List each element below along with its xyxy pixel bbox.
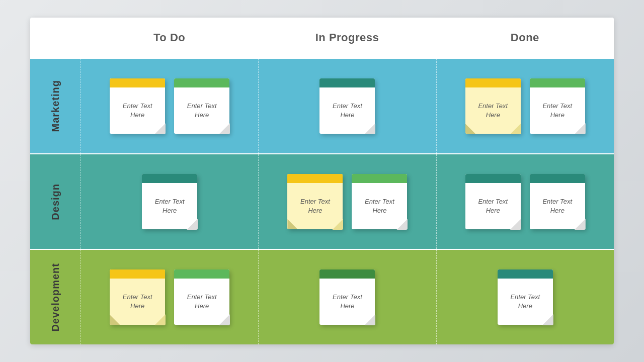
design-inprogress: Enter TextHere Enter TextHere (258, 154, 436, 249)
sticky-tab (287, 174, 343, 183)
label-design: Design (30, 154, 80, 249)
sticky-tab (110, 269, 165, 279)
sticky-note[interactable]: Enter TextHere (287, 174, 343, 229)
label-development: Development (30, 250, 80, 344)
header-done: Done (436, 18, 614, 58)
sticky-note[interactable]: Enter TextHere (465, 174, 521, 229)
sticky-note[interactable]: Enter TextHere (465, 78, 521, 134)
row-development: Development Enter TextHere Enter TextHer… (30, 249, 614, 344)
sticky-tab (142, 174, 197, 183)
header-row: To Do In Progress Done (30, 18, 614, 58)
sticky-note[interactable]: Enter TextHere (352, 174, 407, 229)
marketing-inprogress: Enter TextHere (258, 59, 436, 153)
sticky-note[interactable]: Enter TextHere (110, 269, 165, 325)
sticky-tab (465, 78, 521, 87)
development-done: Enter TextHere (436, 250, 614, 344)
design-todo: Enter TextHere (80, 154, 258, 249)
header-empty (30, 18, 80, 58)
sticky-tab (498, 269, 553, 279)
marketing-todo: Enter TextHere Enter TextHere (80, 59, 258, 153)
sticky-note[interactable]: Enter TextHere (530, 78, 585, 134)
row-design: Design Enter TextHere Enter TextHere (30, 153, 614, 249)
sticky-note[interactable]: Enter TextHere (319, 78, 375, 134)
sticky-note[interactable]: Enter TextHere (110, 78, 165, 134)
sticky-note[interactable]: Enter TextHere (530, 174, 585, 229)
sticky-note[interactable]: Enter TextHere (498, 269, 553, 325)
design-done: Enter TextHere Enter TextHere (436, 154, 614, 249)
label-marketing: Marketing (30, 59, 80, 153)
marketing-done: Enter TextHere Enter TextHere (436, 59, 614, 153)
row-marketing: Marketing Enter TextHere Enter TextHere (30, 58, 614, 153)
sticky-tab (174, 78, 229, 87)
development-todo: Enter TextHere Enter TextHere (80, 250, 258, 344)
sticky-tab (319, 78, 375, 87)
sticky-note[interactable]: Enter TextHere (174, 269, 229, 325)
header-todo: To Do (80, 18, 258, 58)
header-inprogress: In Progress (258, 18, 436, 58)
development-inprogress: Enter TextHere (258, 250, 436, 344)
sticky-note[interactable]: Enter TextHere (142, 174, 197, 229)
sticky-tab (352, 174, 407, 183)
sticky-tab (110, 78, 165, 87)
sticky-note[interactable]: Enter TextHere (174, 78, 229, 134)
sticky-tab (174, 269, 229, 279)
content-area: Marketing Enter TextHere Enter TextHere (30, 58, 614, 344)
sticky-note[interactable]: Enter TextHere (319, 269, 375, 325)
sticky-tab (319, 269, 375, 279)
sticky-tab (465, 174, 521, 183)
sticky-tab (530, 78, 585, 87)
kanban-board: To Do In Progress Done Marketing Enter T… (30, 18, 614, 344)
sticky-tab (530, 174, 585, 183)
